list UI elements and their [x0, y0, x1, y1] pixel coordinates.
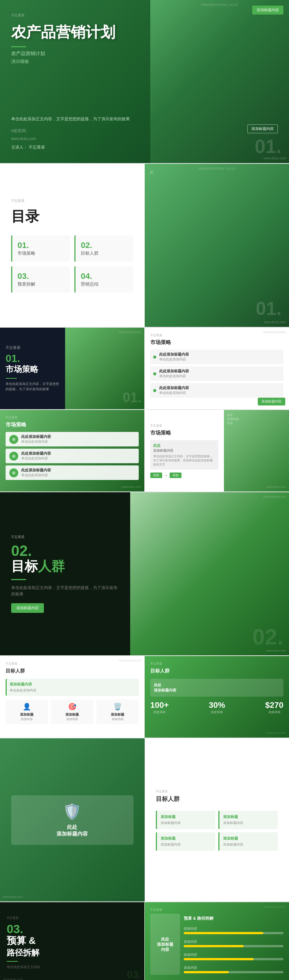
market-c3-field-label: 此处添加标题内容 — [227, 413, 239, 425]
toc-num-1: 01. — [17, 240, 65, 250]
budget-bar4: 添加内容 — [184, 966, 283, 973]
market-c2-item2: ⊕ 此处添加标题内容 单击此处添加内容 — [6, 449, 139, 463]
ta1-icon-item1: 👤 添加标题 添加内容 — [6, 700, 48, 724]
ta1-watermark-top: PRESENTATION — [119, 659, 141, 662]
market-section-num: 01. — [6, 353, 59, 364]
add-content-btn-right[interactable]: 添加标题内容 — [252, 6, 283, 14]
row-3-4: 不忘香菜 01. 市场策略 单击此处添加正文内容，文字是您想的提炼，为了演示发布… — [0, 328, 289, 409]
market-item-2: 此处添加标题内容 单击此处添加内容 — [150, 366, 283, 381]
author-line: 主讲人： 不忘香菜 — [11, 145, 139, 150]
cover-subtitle1: 农产品营销计划 — [11, 50, 139, 57]
toc-num-4: 04. — [81, 271, 128, 281]
ta2-stats: 100+ 此处添加 30% 此处添加 $270 此处添加 — [150, 700, 283, 714]
cover-body: 单击此处添加正文内容，文字是您想的提炼，为了演示发布的效果 — [11, 116, 139, 123]
toc-title: 目录 — [11, 207, 133, 226]
market-c1-btn[interactable]: 添加标题内容 — [258, 398, 285, 406]
budget-body: 单击此处添加正文内容 — [7, 965, 138, 970]
ta2-title: 目标人群 — [150, 668, 283, 674]
ta3-box4: 添加标题 添加标题内容 — [218, 832, 278, 851]
k-logo-toc: K — [150, 169, 154, 175]
market-c2-url: www.ikutu.com — [122, 485, 141, 488]
ta3-title: 目标人群 — [156, 795, 278, 803]
row-target-1-2: 不忘香菜 目标人群 添加标题内容 单击此处添加内容 👤 添加标题 添加内容 🎯 … — [0, 656, 289, 738]
ta2-stat1: 100+ 此处添加 — [150, 700, 169, 714]
market-c1-watermark-top: PRESENTATION — [264, 331, 286, 334]
slide-toc: 不忘香菜 目录 01. 市场策略 02. 目标人群 03. 预算拆解 04. 营… — [0, 164, 289, 327]
toc-num-3: 03. — [17, 271, 65, 281]
toc-item-4: 04. 营销总结 — [75, 266, 133, 293]
market-category: 不忘香菜 — [6, 345, 59, 350]
market-c1-title: 市场策略 — [150, 339, 283, 346]
toc-label-1: 市场策略 — [17, 250, 65, 256]
ta1-content-box: 添加标题内容 单击此处添加内容 — [6, 679, 139, 696]
market-c3-title: 市场策略 — [150, 430, 218, 436]
toc-item-1: 01. 市场策略 — [11, 235, 70, 262]
budget-deco: 03. — [127, 969, 141, 980]
ta1-icon-item2: 🎯 添加标题 添加内容 — [51, 700, 94, 724]
budget-c1-title: 预算 & 路径拆解 — [184, 916, 283, 921]
market-c3-field-url: www.ikutu.com — [266, 485, 286, 488]
ta2-content-box: 此处添加标题内容 — [150, 679, 283, 697]
market-item-1-title: 此处添加标题内容 — [159, 352, 189, 357]
cover-subtitle2: 演示模板 — [11, 59, 139, 65]
market-c1-btn-label[interactable]: 添加标题内容 — [258, 398, 285, 406]
market-section-body: 单击此处添加正文内容，文字是您想的提炼，为了演示发布的效果 — [6, 382, 59, 392]
category-label: 不忘香菜 — [11, 13, 139, 18]
target-watermark: PRESENTATION — [264, 495, 286, 499]
slide-target-content1: 不忘香菜 目标人群 添加标题内容 单击此处添加内容 👤 添加标题 添加内容 🎯 … — [0, 656, 144, 738]
market-c3-watermark: 不忘香菜 — [150, 424, 218, 428]
add-content-btn2-right[interactable]: 添加标题内容 — [247, 124, 278, 133]
ta2-url: www.ikutu.com — [266, 731, 286, 735]
ta1-icon-item3: 🗑️ 添加标题 添加内容 — [96, 700, 139, 724]
budget-category: 不忘香菜 — [7, 916, 138, 920]
budget-url: www.ikutu.com — [3, 977, 23, 980]
slide-number: 01. — [255, 135, 281, 158]
toc-deco-num: 01. — [256, 298, 281, 320]
target-btn-label[interactable]: 添加标题内容 — [11, 603, 44, 613]
ta1-icons-row: 👤 添加标题 添加内容 🎯 添加标题 添加内容 🗑️ 添加标题 添加内容 — [6, 700, 139, 724]
target-btn[interactable]: 添加标题内容 — [11, 603, 119, 613]
market-item-2-sub: 单击此处添加内容 — [159, 374, 189, 379]
toc-item-3: 03. 预算拆解 — [11, 266, 70, 293]
market-item-1: 此处添加标题内容 单击此处添加内容 — [150, 350, 283, 364]
ta2-stat2: 30% 此处添加 — [209, 700, 225, 714]
target-deco-num: 02. — [252, 624, 283, 650]
market-c2-watermark: 不忘香菜 — [6, 415, 139, 420]
market-deco-num: 01. — [123, 390, 141, 406]
target-num: 02. — [11, 543, 119, 558]
row-5-6: 不忘香菜 市场策略 ⊕ 此处添加标题内容 单击此处添加内容 ⊕ 此处添加标题内容… — [0, 410, 289, 492]
target-url: www.ikutu.com — [266, 649, 286, 652]
toc-label-3: 预算拆解 — [17, 281, 65, 288]
ikutu-logo: K酷图网 — [11, 128, 139, 134]
market-item-3-sub: 单击此处添加内容 — [159, 391, 189, 395]
ta3-left-url: www.ikutu.com — [3, 895, 23, 899]
market-item-2-title: 此处添加标题内容 — [159, 369, 189, 374]
toc-item-2: 02. 目标人群 — [75, 235, 133, 262]
market-item-3-title: 此处添加标题内容 — [159, 385, 189, 391]
slide-market-title: 不忘香菜 01. 市场策略 单击此处添加正文内容，文字是您想的提炼，为了演示发布… — [0, 328, 144, 409]
budget-title: 预算 &路径拆解 — [7, 935, 138, 958]
toc-label-4: 营销总结 — [81, 281, 128, 288]
market-c2-item1: ⊕ 此处添加标题内容 单击此处添加内容 — [6, 432, 139, 446]
slide-budget-title: 不忘香菜 03. 预算 &路径拆解 单击此处添加正文内容 www.ikutu.c… — [0, 902, 144, 980]
toc-num-2: 02. — [81, 240, 128, 250]
budget-num: 03. — [7, 923, 138, 935]
slide-market-content3: 不忘香菜 市场策略 此处 添加标题内容 单击此处添加正文内容，文字是您想的提炼，… — [144, 410, 289, 492]
slide-market-content1: 不忘香菜 市场策略 此处添加标题内容 单击此处添加内容 此处添加标题内容 单击此… — [144, 328, 289, 409]
market-item-1-sub: 单击此处添加内容 — [159, 357, 189, 362]
ta3-box2: 添加标题 添加标题内容 — [218, 811, 278, 829]
budget-bar2: 添加内容 — [184, 939, 283, 947]
budget-bar3: 添加内容 — [184, 953, 283, 960]
row-budget-1: 不忘香菜 03. 预算 &路径拆解 单击此处添加正文内容 www.ikutu.c… — [0, 902, 289, 980]
market-c3-tags: 添加 → 添加 — [150, 473, 218, 478]
ta3-box3: 添加标题 添加标题内容 — [156, 832, 215, 851]
market-c3-box: 此处 添加标题内容 单击此处添加正文内容，文字是您想的提炼，为了演示发布的效果，… — [150, 440, 218, 469]
target-title: 目标人群 — [11, 558, 119, 574]
ta3-box1: 添加标题 添加标题内容 — [156, 811, 215, 829]
slide-market-content2: 不忘香菜 市场策略 ⊕ 此处添加标题内容 单击此处添加内容 ⊕ 此处添加标题内容… — [0, 410, 144, 492]
market-section-title: 市场策略 — [6, 364, 59, 375]
target-body: 单击此处添加正文内容，文字是您想的提炼，为了演示发布的效果 — [11, 585, 119, 598]
toc-category: 不忘香菜 — [11, 199, 133, 203]
ta2-stat3: $270 此处添加 — [265, 700, 283, 714]
market-watermark: PRESENTATION — [119, 331, 141, 334]
